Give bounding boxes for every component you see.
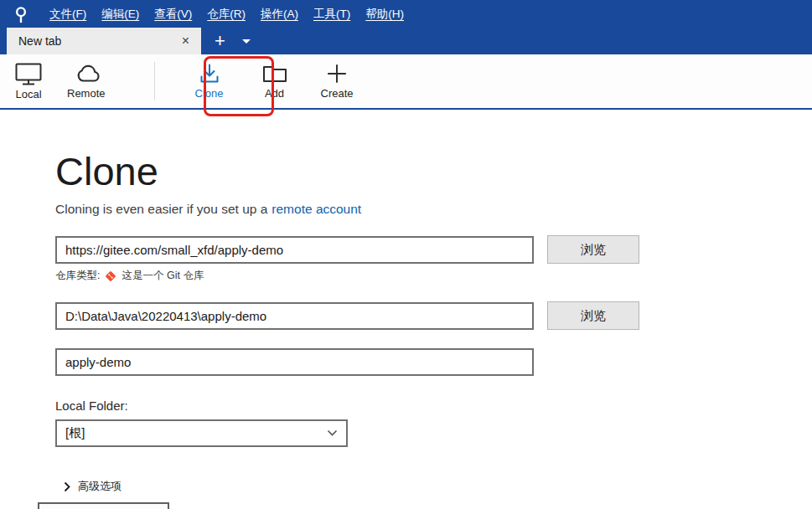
browse-source-button[interactable]: 浏览 — [547, 235, 639, 264]
clone-page: Clone Cloning is even easier if you set … — [0, 148, 812, 494]
toolbar-clone-label: Clone — [195, 87, 224, 100]
toolbar-add-button[interactable]: Add — [262, 63, 287, 100]
sourcetree-logo — [12, 5, 30, 23]
menu-file[interactable]: 文件(F) — [42, 0, 94, 28]
repo-type-status: 这是一个 Git 仓库 — [122, 269, 204, 283]
git-icon — [105, 270, 116, 282]
toolbar-add-label: Add — [265, 87, 284, 100]
tab-dropdown-caret-icon[interactable] — [242, 39, 251, 44]
menu-actions[interactable]: 操作(A) — [253, 0, 306, 28]
toolbar-remote-button[interactable]: Remote — [67, 63, 106, 100]
local-folder-label: Local Folder: — [55, 398, 812, 413]
chevron-down-icon — [327, 429, 338, 437]
destination-path-input[interactable] — [55, 302, 534, 330]
tab-label: New tab — [18, 34, 178, 48]
tab-new-tab[interactable]: New tab × — [7, 28, 201, 54]
repo-type-row: 仓库类型: 这是一个 Git 仓库 — [55, 269, 812, 283]
repo-type-label: 仓库类型: — [55, 269, 100, 283]
local-folder-dropdown[interactable]: [根] — [55, 419, 348, 447]
toolbar-create-label: Create — [321, 87, 354, 100]
main-toolbar: Local Remote Clone Add Create — [0, 54, 812, 110]
plus-icon — [326, 63, 348, 85]
partial-clone-button-bottom[interactable] — [38, 502, 169, 509]
source-url-input[interactable] — [55, 236, 534, 264]
toolbar-clone-button[interactable]: Clone — [195, 63, 224, 100]
menu-view[interactable]: 查看(V) — [147, 0, 199, 28]
subtitle-text: Cloning is even easier if you set up a — [55, 202, 267, 216]
toolbar-create-button[interactable]: Create — [321, 63, 354, 100]
menu-help[interactable]: 帮助(H) — [358, 0, 411, 28]
remote-account-link[interactable]: remote account — [272, 202, 361, 216]
subtitle: Cloning is even easier if you set up are… — [55, 202, 812, 217]
menu-bar: 文件(F) 编辑(E) 查看(V) 仓库(R) 操作(A) 工具(T) 帮助(H… — [0, 0, 812, 28]
chevron-right-icon — [64, 481, 70, 492]
menu-repository[interactable]: 仓库(R) — [199, 0, 253, 28]
menu-edit[interactable]: 编辑(E) — [94, 0, 147, 28]
folder-icon — [262, 63, 287, 85]
advanced-options-label: 高级选项 — [78, 479, 122, 494]
browse-destination-button[interactable]: 浏览 — [547, 301, 639, 330]
toolbar-separator — [154, 62, 155, 100]
bookmark-name-input[interactable] — [55, 348, 534, 376]
advanced-options-expander[interactable]: 高级选项 — [64, 479, 812, 494]
monitor-icon — [15, 63, 42, 85]
tab-bar: New tab × + — [0, 28, 812, 54]
toolbar-local-button[interactable]: Local — [15, 63, 42, 100]
cloud-icon — [72, 63, 101, 85]
tab-close-icon[interactable]: × — [178, 34, 193, 48]
page-title: Clone — [55, 148, 812, 194]
clone-download-icon — [199, 63, 220, 85]
menu-tools[interactable]: 工具(T) — [306, 0, 358, 28]
toolbar-remote-label: Remote — [67, 87, 106, 100]
local-folder-value: [根] — [65, 425, 85, 441]
new-tab-button[interactable]: + — [215, 32, 225, 50]
toolbar-local-label: Local — [15, 88, 41, 100]
